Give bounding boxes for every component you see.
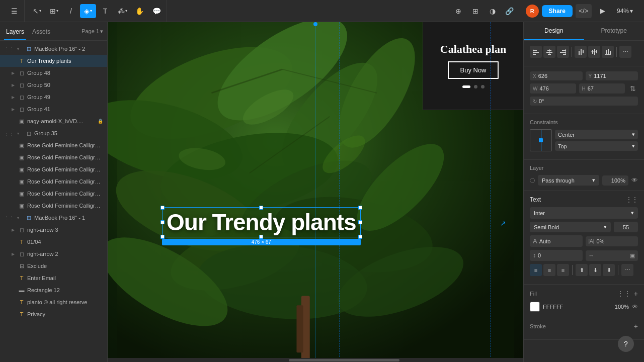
opacity-input[interactable] bbox=[602, 175, 628, 186]
align-middle-button[interactable] bbox=[588, 46, 600, 58]
fill-add-button[interactable]: + bbox=[634, 290, 638, 298]
handle-br[interactable] bbox=[358, 235, 362, 239]
tree-item-macbook-2[interactable]: ⋮⋮ ▾ ⊞ MacBook Pro 16" - 2 bbox=[0, 43, 107, 55]
rotate-indicator[interactable]: ↗ bbox=[500, 219, 506, 227]
tree-item-rose1[interactable]: ▣ Rose Gold Feminine Calligrap... bbox=[0, 139, 107, 151]
tab-assets[interactable]: Assets bbox=[30, 26, 52, 40]
tree-item-planto[interactable]: T planto © all right reserve bbox=[0, 296, 107, 308]
vertical-constraint-select[interactable]: Top ▾ bbox=[555, 141, 638, 151]
tree-item-rose4[interactable]: ▣ Rose Gold Feminine Calligrap... bbox=[0, 175, 107, 188]
handle-tr[interactable] bbox=[358, 206, 362, 210]
tree-item-rose5[interactable]: ▣ Rose Gold Feminine Calligrap... bbox=[0, 188, 107, 200]
tree-item-group41[interactable]: ▶ ◻ Group 41 bbox=[0, 103, 107, 115]
text-tool-button[interactable]: T bbox=[97, 4, 113, 18]
align-left-button[interactable] bbox=[530, 46, 542, 58]
handle-bm[interactable] bbox=[259, 235, 263, 239]
comment-tool-button[interactable]: 💬 bbox=[148, 4, 165, 18]
font-style-select[interactable]: Semi Bold ▾ bbox=[530, 222, 611, 232]
tree-item-group35[interactable]: ⋮⋮ ▾ ◻ Group 35 bbox=[0, 127, 107, 139]
tree-item-group48[interactable]: ▶ ◻ Group 48 bbox=[0, 67, 107, 79]
rose6-label: Rose Gold Feminine Calligrap... bbox=[27, 203, 103, 209]
help-button[interactable]: ? bbox=[618, 336, 634, 352]
expand-placeholder bbox=[10, 166, 16, 172]
tree-item-privacy[interactable]: T Privacy bbox=[0, 308, 107, 320]
w-value: 476 bbox=[539, 85, 548, 92]
tree-item-our-trendy-plants[interactable]: T Our Trendy plants bbox=[0, 55, 107, 67]
tree-item-right-arrow3[interactable]: ▶ ◻ right-arrow 3 bbox=[0, 224, 107, 236]
canvas-area[interactable]: Calathea plan Buy Now bbox=[108, 22, 523, 362]
tree-item-nagy-arnold[interactable]: ▣ nagy-arnold-X_IvVD.... 🔒 bbox=[0, 115, 107, 127]
user-avatar[interactable]: R bbox=[526, 5, 539, 18]
handle-tl[interactable] bbox=[160, 206, 165, 210]
share-button[interactable]: Share bbox=[542, 5, 573, 17]
tree-item-rose3[interactable]: ▣ Rose Gold Feminine Calligrap... bbox=[0, 163, 107, 175]
frame-tool-button[interactable]: ⊞ ▾ bbox=[46, 4, 62, 18]
text-valign-middle-button[interactable]: ⬇ bbox=[589, 264, 601, 276]
handle-mr[interactable] bbox=[358, 220, 362, 224]
horizontal-scrollbar[interactable] bbox=[108, 358, 523, 362]
tab-prototype[interactable]: Prototype bbox=[584, 22, 645, 40]
page-selector[interactable]: Page 1 ▾ bbox=[82, 28, 103, 39]
text-more-options-button[interactable]: ⋯ bbox=[621, 264, 633, 276]
tree-item-date[interactable]: T 01/04 bbox=[0, 236, 107, 248]
text-align-right-button[interactable]: ≡ bbox=[557, 264, 569, 276]
drag-handle: ⋮⋮ bbox=[4, 46, 14, 52]
distribute-h-button[interactable]: ⋯ bbox=[619, 46, 631, 58]
text-align-center-button[interactable]: ≡ bbox=[543, 264, 555, 276]
tree-item-group49[interactable]: ▶ ◻ Group 49 bbox=[0, 91, 107, 103]
tree-item-rose6[interactable]: ▣ Rose Gold Feminine Calligrap... bbox=[0, 200, 107, 212]
font-family-select[interactable]: Inter ▾ bbox=[530, 207, 638, 219]
tree-item-macbook1[interactable]: ⋮⋮ ▾ ⊞ MacBook Pro 16" - 1 bbox=[0, 212, 107, 224]
selected-element-wrapper[interactable]: Our Trendy plants 476 × 67 bbox=[162, 207, 361, 245]
code-button[interactable]: </> bbox=[576, 4, 592, 18]
layout-icon-button[interactable]: ⊕ bbox=[450, 4, 466, 18]
text-valign-top-button[interactable]: ⬆ bbox=[576, 264, 588, 276]
y-field: Y 1171 bbox=[586, 71, 638, 80]
tree-item-group50[interactable]: ▶ ◻ Group 50 bbox=[0, 79, 107, 91]
w-label: W bbox=[533, 86, 537, 92]
font-size-input[interactable] bbox=[614, 222, 638, 232]
align-top-button[interactable] bbox=[575, 46, 587, 58]
proportional-lock-button[interactable]: ⇅ bbox=[628, 83, 638, 94]
tab-design[interactable]: Design bbox=[524, 22, 584, 40]
rect-icon: ▬ bbox=[18, 287, 25, 294]
hand-tool-button[interactable]: ✋ bbox=[131, 4, 147, 18]
text-valign-bottom-button[interactable]: ⬇ bbox=[603, 264, 615, 276]
grid-toggle-button[interactable]: ⊞ bbox=[467, 4, 484, 18]
horizontal-constraint-select[interactable]: Center ▾ bbox=[555, 130, 638, 139]
align-center-h-button[interactable] bbox=[543, 46, 555, 58]
main-menu-button[interactable]: ☰ bbox=[6, 4, 22, 18]
vector-tool-button[interactable]: ◈ ▾ bbox=[80, 4, 96, 18]
link-button[interactable]: 🔗 bbox=[502, 4, 518, 18]
tab-layers[interactable]: Layers bbox=[4, 26, 26, 40]
handle-tm[interactable] bbox=[259, 206, 263, 210]
rose3-label: Rose Gold Feminine Calligrap... bbox=[27, 166, 103, 172]
tree-item-rectangle12[interactable]: ▬ Rectangle 12 bbox=[0, 284, 107, 296]
tree-item-right-arrow2[interactable]: ▶ ◻ right-arrow 2 bbox=[0, 248, 107, 260]
stroke-add-button[interactable]: + bbox=[634, 322, 638, 330]
component-icon: ⁂ bbox=[118, 7, 125, 15]
component-tool-button[interactable]: ⁂ ▾ bbox=[114, 4, 130, 18]
fill-grid-icon[interactable]: ⋮⋮ bbox=[617, 290, 631, 298]
handle-ml[interactable] bbox=[160, 220, 165, 224]
w-field: W 476 bbox=[530, 83, 576, 94]
expand-placeholder bbox=[10, 263, 16, 269]
tree-item-enter-email[interactable]: T Enter Email bbox=[0, 272, 107, 284]
move-tool-button[interactable]: ↖ ▾ bbox=[29, 4, 45, 18]
align-right-button[interactable] bbox=[557, 46, 569, 58]
tree-item-exclude[interactable]: ⊟ Exclude bbox=[0, 260, 107, 272]
pen-tool-button[interactable]: / bbox=[63, 4, 79, 18]
handle-bl[interactable] bbox=[160, 235, 165, 239]
text-options-icon[interactable]: ⋮⋮ bbox=[626, 196, 638, 203]
tree-item-rose2[interactable]: ▣ Rose Gold Feminine Calligrap... bbox=[0, 151, 107, 163]
align-bottom-button[interactable] bbox=[602, 46, 614, 58]
zoom-button[interactable]: 94% ▾ bbox=[614, 8, 636, 15]
play-button[interactable]: ▶ bbox=[595, 4, 611, 18]
fill-color-swatch[interactable] bbox=[530, 302, 540, 312]
blend-mode-select[interactable]: Pass through ▾ bbox=[538, 175, 599, 186]
theme-button[interactable]: ◑ bbox=[485, 4, 501, 18]
visibility-toggle-button[interactable]: 👁 bbox=[631, 176, 638, 184]
fill-visibility-button[interactable]: 👁 bbox=[632, 303, 638, 310]
text-align-left-button[interactable]: ≡ bbox=[530, 264, 542, 276]
buy-now-button[interactable]: Buy Now bbox=[448, 61, 498, 79]
